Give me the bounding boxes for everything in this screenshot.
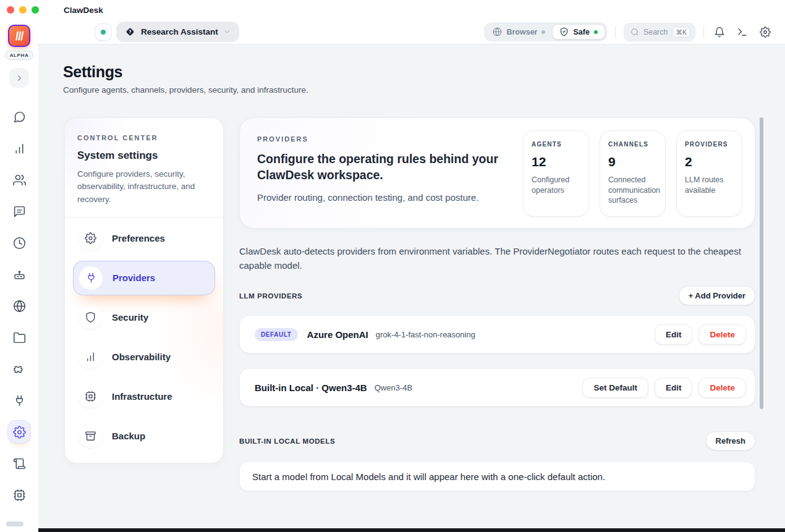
search-placeholder: Search xyxy=(643,28,668,36)
provider-actions: Edit Delete xyxy=(655,324,746,345)
refresh-button[interactable]: Refresh xyxy=(706,431,755,450)
agent-diamond-icon: ? xyxy=(124,26,136,38)
local-models-heading: BUILT-IN LOCAL MODELS xyxy=(239,437,335,445)
macos-titlebar: ClawDesk xyxy=(0,0,785,20)
gear-icon xyxy=(78,227,102,250)
rail-plugins-button[interactable] xyxy=(8,358,30,380)
minimize-window-button[interactable] xyxy=(19,6,27,14)
bell-icon xyxy=(714,27,725,38)
llm-providers-section-header: LLM PROVIDERS + Add Provider xyxy=(239,286,755,305)
rail-icon-nav xyxy=(8,106,30,506)
rail-system-button[interactable] xyxy=(8,484,30,506)
rail-channels-button[interactable] xyxy=(8,200,30,222)
search-shortcut-kbd: ⌘K xyxy=(672,27,690,38)
users-icon xyxy=(13,174,26,187)
nav-item-observability[interactable]: Observability xyxy=(65,337,223,377)
background-window-edge xyxy=(38,528,785,532)
zoom-window-button[interactable] xyxy=(32,6,39,14)
rail-browser-button[interactable] xyxy=(8,295,30,317)
local-models-section-header: BUILT-IN LOCAL MODELS Refresh xyxy=(239,431,755,450)
rail-logs-button[interactable] xyxy=(8,452,30,475)
local-models-empty-state: Start a model from Local Models and it w… xyxy=(239,462,755,491)
nav-item-label: Preferences xyxy=(112,233,165,243)
provider-name: Built-in Local · Qwen3-4B xyxy=(255,382,367,393)
expand-rail-button[interactable] xyxy=(9,68,29,88)
puzzle-icon xyxy=(13,363,26,376)
message-square-icon xyxy=(13,205,26,218)
top-header: ? Research Assistant Browser Safe Search… xyxy=(38,20,785,44)
bar-chart-icon xyxy=(13,142,26,155)
provider-row-local: Built-in Local · Qwen3-4B Qwen3-4B Set D… xyxy=(239,368,755,407)
safe-mode-label: Safe xyxy=(573,28,589,36)
page-subtitle: Configure agents, channels, providers, s… xyxy=(63,85,785,95)
globe-icon xyxy=(493,27,502,36)
shield-check-icon xyxy=(559,27,569,36)
rail-activity-button[interactable] xyxy=(8,137,30,159)
bar-chart-icon xyxy=(78,345,102,369)
browser-mode-button[interactable]: Browser xyxy=(486,24,552,40)
hero-title: Configure the operating rules behind you… xyxy=(257,151,501,184)
settings-button[interactable] xyxy=(758,25,773,40)
scrollbar-thumb[interactable] xyxy=(760,117,763,409)
delete-button[interactable]: Delete xyxy=(698,378,746,398)
rail-chat-button[interactable] xyxy=(8,106,30,128)
empty-state-text: Start a model from Local Models and it w… xyxy=(252,471,605,482)
shield-icon xyxy=(78,306,102,329)
rail-settings-button[interactable] xyxy=(8,421,30,443)
close-window-button[interactable] xyxy=(7,6,14,14)
top-right-controls: Browser Safe Search ⌘K xyxy=(484,22,785,41)
nav-item-providers[interactable]: Providers xyxy=(73,261,215,295)
notifications-button[interactable] xyxy=(712,25,727,40)
agent-status-pill[interactable] xyxy=(95,23,112,41)
browser-safe-toggle: Browser Safe xyxy=(484,22,606,41)
safe-status-dot xyxy=(594,30,598,34)
providers-intro: ClawDesk auto-detects providers from env… xyxy=(239,245,746,272)
rail-providers-button[interactable] xyxy=(8,389,30,412)
nav-item-preferences[interactable]: Preferences xyxy=(65,219,223,258)
delete-button[interactable]: Delete xyxy=(698,324,746,345)
search-input[interactable]: Search ⌘K xyxy=(624,23,695,41)
stat-cards: AGENTS 12 Configured operators CHANNELS … xyxy=(523,130,742,217)
set-default-button[interactable]: Set Default xyxy=(582,378,648,398)
globe-icon xyxy=(13,300,26,313)
chevron-down-icon xyxy=(223,28,231,36)
add-provider-button[interactable]: + Add Provider xyxy=(679,286,755,305)
claw-icon xyxy=(12,29,26,43)
gear-icon xyxy=(13,426,26,439)
provider-actions: Set Default Edit Delete xyxy=(582,378,746,398)
cpu-icon xyxy=(78,385,102,408)
rail-console-button[interactable] xyxy=(8,263,30,285)
safe-mode-button[interactable]: Safe xyxy=(552,24,605,40)
nav-item-backup[interactable]: Backup xyxy=(65,416,223,456)
rail-resize-handle[interactable] xyxy=(6,521,23,526)
scroll-icon xyxy=(13,457,26,470)
plug-icon xyxy=(79,266,103,290)
rail-agents-button[interactable] xyxy=(8,169,30,191)
terminal-button[interactable] xyxy=(735,25,750,40)
svg-text:?: ? xyxy=(129,29,131,35)
control-center-label: CONTROL CENTER xyxy=(65,134,223,141)
stat-label: PROVIDERS xyxy=(685,141,734,148)
provider-model: Qwen3-4B xyxy=(375,383,412,392)
clock-icon xyxy=(13,237,26,250)
nav-item-label: Observability xyxy=(112,352,171,362)
browser-status-dot xyxy=(541,30,545,34)
settings-nav: Preferences Providers Security Observabi… xyxy=(65,219,223,456)
stat-card-providers: PROVIDERS 2 LLM routes available xyxy=(676,130,742,217)
stat-caption: LLM routes available xyxy=(685,175,734,195)
rail-history-button[interactable] xyxy=(8,232,30,254)
edit-button[interactable]: Edit xyxy=(655,378,693,398)
browser-mode-label: Browser xyxy=(506,28,537,36)
providers-main-column: PROVIDERS Configure the operating rules … xyxy=(239,117,755,491)
stat-value: 2 xyxy=(685,154,734,169)
rail-files-button[interactable] xyxy=(8,326,30,348)
window-controls xyxy=(7,6,39,14)
nav-item-infrastructure[interactable]: Infrastructure xyxy=(65,377,223,416)
app-logo[interactable] xyxy=(8,25,30,47)
console-icon xyxy=(13,268,26,281)
agent-switcher-button[interactable]: ? Research Assistant xyxy=(116,22,239,42)
edit-button[interactable]: Edit xyxy=(655,324,693,345)
stat-card-channels: CHANNELS 9 Connected communication surfa… xyxy=(600,130,666,217)
panel-divider xyxy=(65,217,223,217)
nav-item-security[interactable]: Security xyxy=(65,298,223,337)
